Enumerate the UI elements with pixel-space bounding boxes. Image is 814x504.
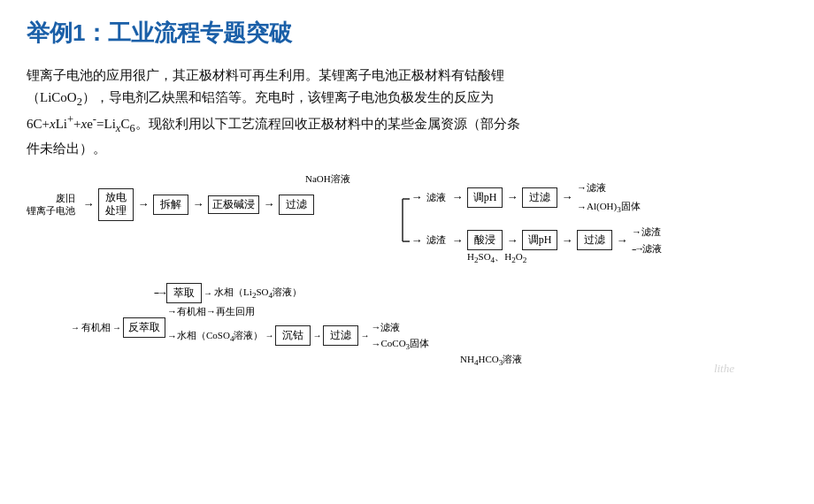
box-precipitate-co: 沉钴 [275,325,311,346]
dashed-start: --→ [154,286,166,300]
arr-copr2: → [312,331,321,340]
box-back-extract: 反萃取 [123,317,165,338]
label-coco3: CoCO3固体 [380,337,429,351]
back-extract-outputs: →有机相→再生回用 → 水相（CoSO4溶液） → 沉钴 → 过滤 → →滤液 [167,305,429,351]
arr-ex1: → [204,288,212,298]
arr-org2: → [112,323,121,332]
filter4-outputs: →滤液 →CoCO3固体 [371,321,429,351]
label-organic-recycle: 有机相→再生回用 [177,305,255,318]
nh4hco3-label: NH4HCO3溶液 [460,353,522,367]
page: { "title": "举例1：工业流程专题突破", "intro": "锂离子… [0,0,814,504]
arr-org1: → [71,323,80,332]
label-aq-phase2: 水相（CoSO4溶液） [177,329,263,343]
arr-copr3: → [360,331,369,340]
org-recycle: →有机相→再生回用 [167,305,429,318]
extract-section: --→ 萃取 → 水相（Li2SO4溶液） → 有机相 → 反萃取 →有机相→再… [27,283,429,351]
output-coco3: →CoCO3固体 [371,337,429,351]
label-filtrate4: 滤液 [380,321,400,334]
label-org-phase: 有机相 [81,321,111,334]
page-title: 举例1：工业流程专题突破 [27,18,787,49]
box-filter4: 过滤 [323,325,358,346]
intro-paragraph: 锂离子电池的应用很广，其正极材料可再生利用。某锂离子电池正极材料有钴酸锂 （Li… [27,65,787,160]
aq-phase2-row: → 水相（CoSO4溶液） → 沉钴 → 过滤 → →滤液 →CoCO3固体 [167,321,429,351]
organic-row: → 有机相 → 反萃取 →有机相→再生回用 → 水相（CoSO4溶液） → 沉钴… [69,305,429,351]
label-aq-phase1: 水相（Li2SO4溶液） [214,286,302,300]
arr-copr1: → [265,331,273,340]
box-extract: 萃取 [166,283,202,303]
watermark: lithe [714,362,734,376]
output-filtrate4: →滤液 [371,321,429,334]
extract-main-row: --→ 萃取 → 水相（Li2SO4溶液） [154,283,302,303]
